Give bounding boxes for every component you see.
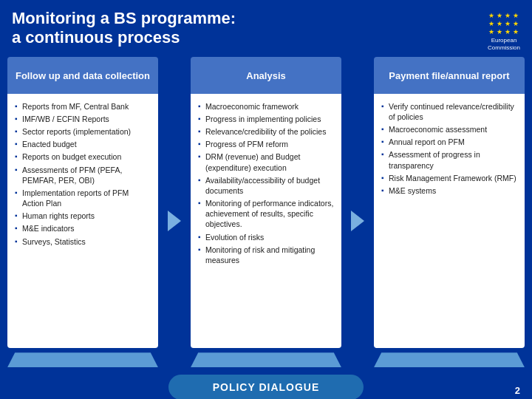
right-arrow-icon [168,211,181,231]
star-icon: ★ [488,28,495,35]
list-item: M&E systems [381,184,517,197]
star-icon: ★ [496,28,503,35]
star-icon: ★ [512,12,519,19]
list-item: Progress of PFM reform [198,138,334,151]
star-icon: ★ [504,20,511,27]
payment-body: Verify continued relevance/credibility o… [374,94,525,348]
list-item: Enacted budget [15,138,151,151]
list-item: Assessments of PFM (PEFA, PEMFAR, PER, O… [15,163,151,186]
follow-up-header: Follow up and data collection [7,57,158,94]
trap-arrow-2 [191,352,341,367]
list-item: Availability/accessibility of budget doc… [198,174,334,197]
follow-up-list: Reports from MF, Central Bank IMF/WB / E… [15,100,151,248]
eu-stars: ★ ★ ★ ★ ★ ★ ★ ★ ★ ★ ★ ★ [488,12,519,35]
payment-title: Payment file/annual report [389,70,509,81]
list-item: Human rights reports [15,210,151,222]
main-content: Follow up and data collection Reports fr… [0,57,532,352]
list-item: Surveys, Statistics [15,235,151,248]
header: Monitoring a BS programme: a continuous … [0,0,532,57]
analysis-panel: Analysis Macroeconomic framework Progres… [191,57,341,348]
trap-arrow-1 [7,352,158,367]
list-item: Progress in implementing policies [198,112,334,125]
list-item: Relevance/credibility of the policies [198,126,334,138]
analysis-list: Macroeconomic framework Progress in impl… [198,100,334,266]
list-item: Monitoring of risk and mitigating measur… [198,243,334,266]
payment-header: Payment file/annual report [374,57,525,94]
follow-up-body: Reports from MF, Central Bank IMF/WB / E… [7,94,158,348]
payment-panel: Payment file/annual report Verify contin… [374,57,525,348]
list-item: Evolution of risks [198,231,334,243]
follow-up-title: Follow up and data collection [16,70,150,81]
list-item: IMF/WB / ECFIN Reports [15,112,151,125]
arrow-1 [164,94,185,348]
title-line1: Monitoring a BS programme: [12,9,236,27]
right-arrow-icon [351,211,364,231]
list-item: Risk Management Framework (RMF) [381,171,517,184]
analysis-body: Macroeconomic framework Progress in impl… [191,94,341,348]
star-icon: ★ [512,28,519,35]
payment-list: Verify continued relevance/credibility o… [381,100,517,197]
list-item: Monitoring of performance indicators, ac… [198,197,334,231]
trap-spacer-2 [347,352,368,367]
arrow-2 [347,94,368,348]
title-line2: a continuous process [12,28,180,47]
star-icon: ★ [496,20,503,27]
list-item: M&E indicators [15,222,151,235]
list-item: Assessment of progress in transparency [381,149,517,171]
list-item: Verify continued relevance/credibility o… [381,100,517,123]
page-title: Monitoring a BS programme: a continuous … [12,9,236,48]
eu-commission-text: European Commission [488,37,520,51]
list-item: Sector reports (implementation) [15,126,151,138]
list-item: Reports on budget execution [15,151,151,163]
bottom-arrows [0,352,532,367]
list-item: Annual report on PFM [381,136,517,149]
star-icon: ★ [496,12,503,19]
list-item: Macroeconomic assessment [381,123,517,136]
trap-arrow-3 [374,352,525,367]
trap-spacer-1 [164,352,185,367]
star-icon: ★ [504,12,511,19]
analysis-title: Analysis [246,70,285,81]
list-item: Implementation reports of PFM Action Pla… [15,186,151,209]
star-icon: ★ [488,12,495,19]
policy-dialogue-banner: POLICY DIALOGUE [168,375,364,399]
analysis-header: Analysis [191,57,341,94]
star-icon: ★ [504,28,511,35]
follow-up-panel: Follow up and data collection Reports fr… [7,57,158,348]
star-icon: ★ [512,20,519,27]
list-item: Macroeconomic framework [198,100,334,112]
page-number: 2 [515,385,520,396]
bottom-section: POLICY DIALOGUE [0,370,532,399]
eu-logo: ★ ★ ★ ★ ★ ★ ★ ★ ★ ★ ★ ★ European Commiss… [488,12,520,51]
star-icon: ★ [488,20,495,27]
list-item: DRM (revenue) and Budget (expenditure) e… [198,151,334,174]
policy-dialogue-label: POLICY DIALOGUE [213,381,320,393]
list-item: Reports from MF, Central Bank [15,100,151,112]
